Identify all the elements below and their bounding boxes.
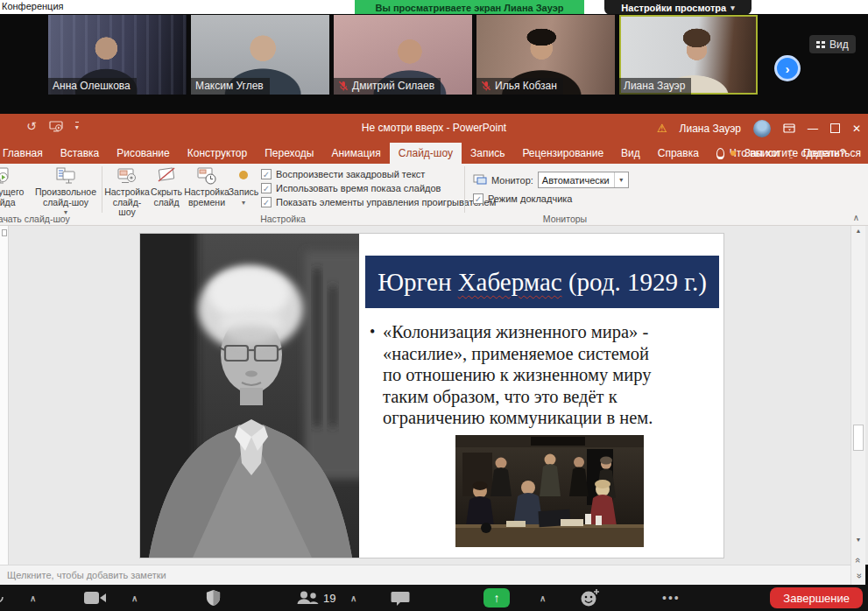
person-add-icon: ⍜ xyxy=(788,147,794,159)
slide-title-box[interactable]: Юрген Хабермас (род. 1929 г.) xyxy=(365,256,719,308)
participant-nameplate: Анна Олешкова xyxy=(48,78,137,95)
ribbon-right-actions: Записи ⍜ Поделиться xyxy=(730,143,861,164)
slide-body-textbox[interactable]: • «Колонизация жизненного мира» - «насил… xyxy=(383,321,721,429)
tab-design[interactable]: Конструктор xyxy=(179,143,256,164)
setup-slideshow-button[interactable]: Настройка слайд-шоу xyxy=(105,166,149,218)
slide-thumbnail-mini-icon xyxy=(2,229,7,236)
previous-slide-button[interactable]: « xyxy=(851,551,865,567)
tab-slideshow-active[interactable]: Слайд-шоу xyxy=(390,143,462,164)
view-settings-button[interactable]: Настройки просмотра ▾ xyxy=(604,0,752,15)
account-avatar[interactable] xyxy=(753,120,771,137)
habermas-photo[interactable] xyxy=(140,234,359,558)
participant-name: Анна Олешкова xyxy=(53,80,131,92)
lightbulb-icon xyxy=(716,148,724,159)
participants-button[interactable]: 19 xyxy=(296,585,335,611)
minimize-button[interactable]: — xyxy=(808,123,818,134)
tab-insert[interactable]: Вставка xyxy=(52,143,109,164)
participant-name: Илья Кобзан xyxy=(495,80,557,92)
tab-home[interactable]: Главная xyxy=(0,143,52,164)
checkbox-show-media-controls[interactable]: Показать элементы управления проигрывате… xyxy=(261,197,496,207)
bullet-line: «Колонизация жизненного мира» - xyxy=(383,321,721,343)
smiley-plus-icon xyxy=(580,588,600,607)
view-settings-label: Настройки просмотра xyxy=(621,3,726,13)
reactions-button[interactable] xyxy=(580,585,600,611)
bullet-line: «насилие», применяемое системой xyxy=(383,343,721,365)
mute-button[interactable] xyxy=(0,585,5,611)
monitor-label: Монитор: xyxy=(491,175,533,186)
mute-options-chevron[interactable]: ∧ xyxy=(30,585,36,611)
account-name: Лиана Зауэр xyxy=(680,123,741,135)
participants-options-chevron[interactable]: ∧ xyxy=(350,585,356,611)
participant-name: Лиана Зауэр xyxy=(624,80,685,92)
monitor-select[interactable]: Автоматически ▾ xyxy=(538,172,629,188)
checkbox-checked-icon xyxy=(261,183,272,193)
slide-canvas[interactable]: Юрген Хабермас (род. 1929 г.) • «Колониз… xyxy=(140,234,723,558)
thumbnail-pane-collapsed[interactable] xyxy=(0,226,9,565)
play-from-current-icon xyxy=(0,166,11,186)
chat-button[interactable] xyxy=(391,585,410,611)
powerpoint-titlebar: ↺ ▾ Не смотри вверх - PowerPoint ⚠ Лиана… xyxy=(0,114,868,143)
end-meeting-button[interactable]: Завершение xyxy=(770,587,863,608)
scrollbar-thumb[interactable] xyxy=(853,425,864,451)
security-button[interactable] xyxy=(205,585,222,611)
meeting-window-title: Конференция xyxy=(2,1,63,11)
ribbon-display-options-icon[interactable] xyxy=(783,123,795,133)
share-options-chevron[interactable]: ∧ xyxy=(540,585,546,611)
screen-share-banner: Вы просматриваете экран Лиана Зауэр xyxy=(355,0,584,15)
chevron-down-icon: ▾ xyxy=(730,4,735,12)
share-button[interactable]: Поделиться xyxy=(803,147,861,159)
notes-pane[interactable]: Щелкните, чтобы добавить заметки xyxy=(0,565,850,585)
tab-review[interactable]: Рецензирование xyxy=(513,143,612,164)
checkbox-presenter-view[interactable]: Режим докладчика xyxy=(473,193,572,204)
more-button[interactable]: ••• xyxy=(662,585,681,611)
microphone-icon xyxy=(0,589,5,607)
tab-draw[interactable]: Рисование xyxy=(108,143,178,164)
custom-slideshow-button[interactable]: Произвольное слайд-шоу ▾ xyxy=(32,166,100,215)
recording-dot-icon xyxy=(730,151,736,156)
view-button-label: Вид xyxy=(829,39,849,51)
group-separator xyxy=(464,166,465,213)
tab-animations[interactable]: Анимация xyxy=(322,143,389,164)
share-screen-button[interactable]: ↑ xyxy=(483,588,510,607)
scroll-down-arrow[interactable]: ▼ xyxy=(851,537,865,543)
collapse-ribbon-button[interactable]: ∧ xyxy=(853,213,859,222)
group-separator xyxy=(102,166,102,213)
restore-button[interactable] xyxy=(830,123,840,133)
tab-help[interactable]: Справка xyxy=(649,143,708,164)
close-button[interactable]: ✕ xyxy=(852,123,861,134)
tab-transitions[interactable]: Переходы xyxy=(256,143,322,164)
movie-still-image[interactable] xyxy=(455,435,644,547)
group-label-start-slideshow: Начать слайд-шоу xyxy=(0,214,96,224)
scroll-up-arrow[interactable]: ▲ xyxy=(851,228,865,234)
checkbox-use-timings[interactable]: Использовать время показа слайдов xyxy=(261,183,441,193)
notes-button[interactable]: Записи xyxy=(745,147,780,159)
vertical-scrollbar[interactable]: ▲ ▼ « « xyxy=(850,226,865,585)
rehearse-timings-button[interactable]: Настройка времени xyxy=(185,166,229,207)
participant-name: Дмитрий Силаев xyxy=(352,80,434,92)
tab-view[interactable]: Вид xyxy=(612,143,649,164)
participant-tile[interactable]: Дмитрий Силаев xyxy=(334,15,472,95)
group-label-monitors: Мониторы xyxy=(464,214,666,224)
monitor-row: Монитор: Автоматически ▾ xyxy=(473,172,629,188)
video-options-chevron[interactable]: ∧ xyxy=(131,585,138,611)
next-participants-button[interactable]: › xyxy=(774,55,801,81)
rehearse-timings-icon xyxy=(196,166,217,186)
slide-title-post: (род. 1929 г.) xyxy=(562,268,707,296)
participant-nameplate: Дмитрий Силаев xyxy=(334,78,441,95)
view-button[interactable]: Вид xyxy=(809,35,856,53)
checkbox-play-narration[interactable]: Воспроизвести закадровый текст xyxy=(261,169,425,179)
slide-title-spellcheck-word: Хабермас xyxy=(458,268,562,296)
participant-tile-active-speaker[interactable]: Лиана Зауэр xyxy=(619,15,758,95)
participant-tile[interactable]: Анна Олешкова xyxy=(48,15,187,95)
participants-icon xyxy=(296,591,319,605)
record-slideshow-button[interactable]: Запись ▾ xyxy=(228,166,259,206)
from-current-slide-button[interactable]: С текущего слайда xyxy=(0,166,35,207)
participant-tile[interactable]: Максим Углев xyxy=(191,15,329,95)
titlebar-controls: ⚠ Лиана Зауэр — ✕ xyxy=(657,114,861,143)
hide-slide-button[interactable]: Скрыть слайд xyxy=(149,166,184,207)
next-slide-button[interactable]: « xyxy=(851,567,865,583)
video-button[interactable] xyxy=(84,585,107,611)
checkbox-checked-icon xyxy=(473,193,483,204)
tab-record[interactable]: Запись xyxy=(462,143,513,164)
participant-tile[interactable]: Илья Кобзан xyxy=(476,15,615,95)
